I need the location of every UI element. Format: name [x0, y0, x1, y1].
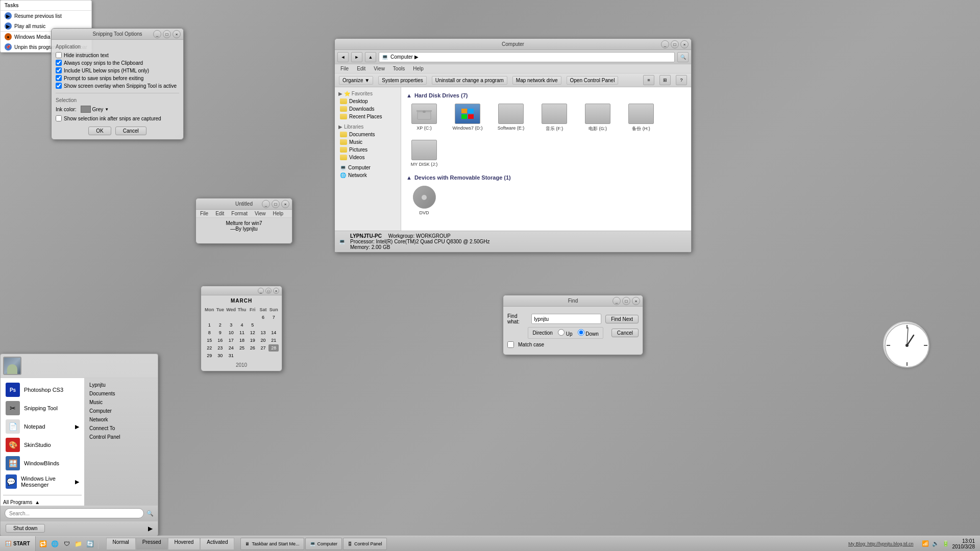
notepad-menu-help[interactable]: Help [272, 210, 285, 217]
taskbar-btn-controlpanel[interactable]: 🎛 Control Panel [343, 538, 387, 550]
snipping-maximize-btn[interactable]: □ [163, 30, 171, 38]
cal-day-3[interactable]: 3 [226, 321, 236, 329]
calendar-close-btn[interactable]: × [273, 288, 279, 294]
drive-win7[interactable]: Windows7 (D:) [450, 104, 485, 132]
cal-day-25[interactable]: 25 [237, 344, 247, 352]
notepad-close-btn[interactable]: × [281, 200, 289, 208]
notepad-menu-file[interactable]: File [199, 210, 210, 217]
cal-day[interactable] [268, 321, 279, 329]
drive-music[interactable]: 音乐 (F:) [536, 104, 572, 132]
cal-day-23[interactable]: 23 [215, 344, 226, 352]
quick-icon-security[interactable]: 🛡 [62, 539, 72, 549]
shutdown-options[interactable]: ▶ [148, 525, 153, 532]
find-what-input[interactable] [531, 314, 601, 324]
explorer-view-icon-btn[interactable]: ⊞ [659, 75, 671, 85]
cal-day-21[interactable]: 21 [268, 337, 279, 344]
snipping-color-select[interactable]: Grey ▼ [81, 106, 109, 113]
cal-day-10[interactable]: 10 [226, 329, 236, 336]
explorer-forward-btn[interactable]: ► [351, 52, 362, 62]
explorer-sysprops-btn[interactable]: System properties [378, 76, 427, 85]
find-up-radio[interactable] [558, 329, 565, 336]
tray-icon-network[interactable]: 📶 [921, 540, 929, 548]
explorer-minimize-btn[interactable]: _ [661, 40, 669, 48]
all-programs-btn[interactable]: All Programs ▲ [3, 499, 82, 505]
taskbar-btn-taskbar[interactable]: 🖥 Taskbar and Start Me... [240, 538, 304, 550]
sidebar-desktop[interactable]: Desktop [337, 97, 398, 105]
explorer-up-btn[interactable]: ▲ [365, 52, 376, 62]
sidebar-recent[interactable]: Recent Places [337, 113, 398, 120]
start-app-windowblinds[interactable]: 🪟 WindowBlinds [3, 454, 82, 472]
state-btn-activated[interactable]: Activated [200, 538, 234, 550]
cal-day-12[interactable]: 12 [248, 329, 258, 336]
taskbar-clock[interactable]: 13:01 2010/3/28 [952, 538, 975, 549]
cal-day-20[interactable]: 20 [258, 337, 268, 344]
start-app-messenger[interactable]: 💬 Windows Live Messenger ▶ [3, 472, 82, 491]
cal-day-13[interactable]: 13 [258, 329, 268, 336]
start-right-controlpanel[interactable]: Control Panel [87, 433, 155, 441]
cal-day-28-today[interactable]: 28 [268, 344, 279, 352]
start-app-notepad[interactable]: 📄 Notepad ▶ [3, 417, 82, 436]
cal-day-30[interactable]: 30 [215, 352, 226, 359]
start-app-snipping[interactable]: ✂ Snipping Tool [3, 399, 82, 417]
cal-day-26[interactable]: 26 [248, 344, 258, 352]
snipping-url-checkbox[interactable] [56, 67, 62, 73]
cal-day-4[interactable]: 4 [237, 321, 247, 329]
start-app-photoshop[interactable]: Ps Photoshop CS3 [3, 381, 82, 399]
cal-day-14[interactable]: 14 [268, 329, 279, 336]
drive-backup[interactable]: 备份 (H:) [623, 104, 659, 132]
start-right-network[interactable]: Network [87, 415, 155, 424]
calendar-maximize-btn[interactable]: □ [265, 288, 272, 294]
state-btn-hovered[interactable]: Hovered [168, 538, 201, 550]
expand-removable[interactable]: ▲ [406, 174, 412, 181]
quick-icon-refresh[interactable]: 🔄 [85, 539, 95, 549]
cal-day[interactable] [258, 321, 268, 329]
explorer-menu-edit[interactable]: Edit [355, 65, 367, 72]
start-right-connect[interactable]: Connect To [87, 424, 155, 433]
start-search-input[interactable] [5, 508, 144, 518]
snipping-prompt-checkbox[interactable] [56, 75, 62, 81]
cal-day-24[interactable]: 24 [226, 344, 236, 352]
explorer-menu-tools[interactable]: Tools [391, 65, 406, 72]
cal-day[interactable] [237, 314, 247, 321]
explorer-address-bar[interactable]: 💻 Computer ▶ [379, 52, 675, 62]
notepad-menu-edit[interactable]: Edit [214, 210, 226, 217]
tray-icon-battery[interactable]: 🔋 [942, 540, 950, 548]
quick-icon-browser[interactable]: 🌐 [50, 539, 60, 549]
explorer-menu-file[interactable]: File [339, 65, 350, 72]
explorer-help-btn[interactable]: ? [676, 75, 687, 85]
snipping-ok-btn[interactable]: OK [88, 127, 111, 135]
calendar-minimize-btn[interactable]: _ [258, 288, 264, 294]
snipping-copy-checkbox[interactable] [56, 60, 62, 66]
explorer-search-btn[interactable]: 🔍 [677, 52, 689, 62]
find-close-btn[interactable]: × [632, 297, 640, 305]
find-matchcase-checkbox[interactable] [507, 341, 514, 348]
notepad-menu-view[interactable]: View [253, 210, 267, 217]
find-minimize-btn[interactable]: _ [612, 297, 621, 305]
my-blog-link[interactable]: My Blog: http://lypnjtu.blog.td.cn [848, 541, 919, 546]
cal-day-2[interactable]: 2 [215, 321, 226, 329]
find-down-radio[interactable] [578, 329, 584, 336]
cal-day[interactable] [226, 314, 236, 321]
cal-day-6[interactable]: 6 [258, 314, 268, 321]
explorer-menu-view[interactable]: View [372, 65, 386, 72]
start-app-skinstudio[interactable]: 🎨 SkinStudio [3, 436, 82, 454]
cal-day-1[interactable]: 1 [204, 321, 215, 329]
cal-day-7[interactable]: 7 [268, 314, 279, 321]
expand-hard-drives[interactable]: ▲ [406, 92, 412, 98]
cal-day-15[interactable]: 15 [204, 337, 215, 344]
cal-day[interactable] [215, 314, 226, 321]
notepad-menu-format[interactable]: Format [230, 210, 249, 217]
sidebar-music[interactable]: Music [337, 138, 398, 146]
explorer-organize-btn[interactable]: Organize ▼ [339, 76, 373, 85]
cal-day[interactable] [204, 314, 215, 321]
drive-movie[interactable]: 电影 (G:) [580, 104, 616, 132]
snipping-overlay-checkbox[interactable] [56, 83, 62, 89]
snipping-minimize-btn[interactable]: _ [153, 30, 161, 38]
drive-mydisk[interactable]: MY DISK (J:) [406, 140, 442, 167]
cal-day-19[interactable]: 19 [248, 337, 258, 344]
cal-day-18[interactable]: 18 [237, 337, 247, 344]
cal-day-11[interactable]: 11 [237, 329, 247, 336]
drive-xp[interactable]: XP (C:) [406, 104, 442, 132]
start-right-computer[interactable]: Computer [87, 407, 155, 415]
sidebar-videos[interactable]: Videos [337, 154, 398, 161]
